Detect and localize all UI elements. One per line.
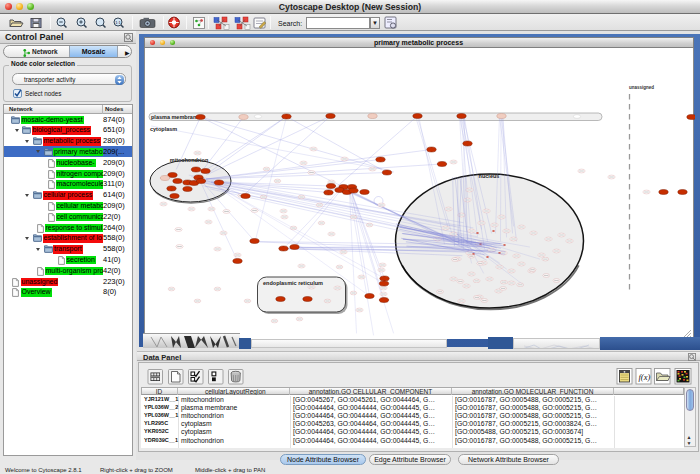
svg-text:endoplasmic reticulum: endoplasmic reticulum xyxy=(263,279,323,285)
svg-text:1:1: 1:1 xyxy=(115,20,121,25)
svg-text:plasma membrane: plasma membrane xyxy=(151,113,199,119)
svg-text:f(x): f(x) xyxy=(639,372,651,382)
svg-text:cytoplasm: cytoplasm xyxy=(150,126,177,132)
svg-text:unassigned: unassigned xyxy=(629,85,654,90)
svg-text:mitochondrion: mitochondrion xyxy=(169,157,208,163)
svg-text:nucleus: nucleus xyxy=(478,173,499,179)
